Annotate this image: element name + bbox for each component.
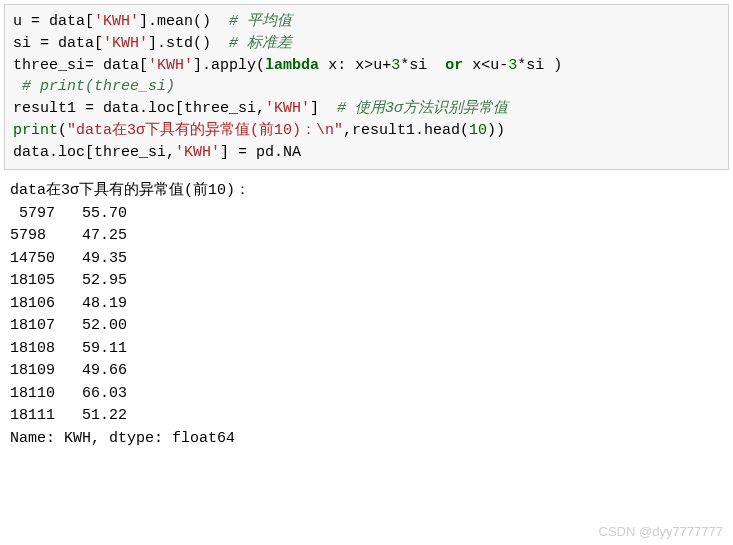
code-text: )) [487, 122, 505, 139]
output-value: 49.66 [55, 362, 127, 379]
code-text: u [490, 57, 499, 74]
output-cell: data在3σ下具有的异常值(前10)： 5797 55.70 5798 47.… [0, 174, 733, 456]
output-value: 55.70 [55, 205, 127, 222]
code-text: data[ [94, 57, 148, 74]
code-text: ] [220, 144, 238, 161]
code-cell[interactable]: u = data['KWH'].mean() # 平均值 si = data['… [4, 4, 729, 170]
watermark: CSDN @dyy7777777 [599, 524, 723, 539]
code-keyword: lambda [265, 57, 319, 74]
output-value: 49.35 [55, 250, 127, 267]
output-index: 18108 [10, 340, 55, 357]
output-index: 18110 [10, 385, 55, 402]
code-text: ,result1.head( [343, 122, 469, 139]
output-row: 18111 51.22 [10, 407, 127, 424]
code-text: ] [310, 100, 337, 117]
output-row: 18109 49.66 [10, 362, 127, 379]
code-text: x [463, 57, 481, 74]
output-index: 18106 [10, 295, 55, 312]
code-text: u [13, 13, 31, 30]
output-index: 18107 [10, 317, 55, 334]
code-fn: apply [211, 57, 256, 74]
code-text: si [409, 57, 445, 74]
code-text: ]. [139, 13, 157, 30]
code-text: () [193, 35, 229, 52]
code-op: = [40, 35, 49, 52]
code-comment: # 平均值 [229, 13, 292, 30]
code-string: "data在3σ下具有的异常值(前10)：\n" [67, 122, 343, 139]
code-op: > [364, 57, 373, 74]
code-comment: # 使用3σ方法识别异常值 [337, 100, 508, 117]
code-text: data[ [49, 35, 103, 52]
code-text: ]. [148, 35, 166, 52]
code-op: = [85, 57, 94, 74]
output-index: 5798 [10, 227, 46, 244]
output-index: 14750 [10, 250, 55, 267]
code-op: * [400, 57, 409, 74]
output-row: 14750 49.35 [10, 250, 127, 267]
code-op: = [238, 144, 247, 161]
output-row: 5797 55.70 [10, 205, 127, 222]
code-text: result1 [13, 100, 85, 117]
code-text: ( [58, 122, 67, 139]
code-op: = [31, 13, 40, 30]
code-keyword: or [445, 57, 463, 74]
code-text: ( [256, 57, 265, 74]
code-string: 'KWH' [175, 144, 220, 161]
code-op: * [517, 57, 526, 74]
output-row: 18106 48.19 [10, 295, 127, 312]
code-comment: # print(three_si) [13, 78, 175, 95]
code-op: = [85, 100, 94, 117]
output-value: 52.00 [55, 317, 127, 334]
code-text: three_si [13, 57, 85, 74]
code-number: 3 [508, 57, 517, 74]
code-text: si ) [526, 57, 562, 74]
output-value: 66.03 [55, 385, 127, 402]
output-index: 5797 [10, 205, 55, 222]
code-op: + [382, 57, 391, 74]
code-string: 'KWH' [265, 100, 310, 117]
output-value: 48.19 [55, 295, 127, 312]
code-text: u [373, 57, 382, 74]
code-fn: std [166, 35, 193, 52]
code-number: 3 [391, 57, 400, 74]
code-text: data[ [40, 13, 94, 30]
code-string: 'KWH' [148, 57, 193, 74]
output-row: 18107 52.00 [10, 317, 127, 334]
code-string: 'KWH' [94, 13, 139, 30]
code-text: si [13, 35, 40, 52]
code-comment: # 标准差 [229, 35, 292, 52]
code-text: data.loc[three_si, [94, 100, 265, 117]
code-op: - [499, 57, 508, 74]
code-string: 'KWH' [103, 35, 148, 52]
output-header: data在3σ下具有的异常值(前10)： [10, 182, 250, 199]
output-index: 18105 [10, 272, 55, 289]
output-index: 18111 [10, 407, 55, 424]
code-text: data.loc[three_si, [13, 144, 175, 161]
output-value: 59.11 [55, 340, 127, 357]
output-value: 47.25 [46, 227, 127, 244]
output-row: 5798 47.25 [10, 227, 127, 244]
output-index: 18109 [10, 362, 55, 379]
code-number: 10 [469, 122, 487, 139]
code-text: x: x [319, 57, 364, 74]
output-row: 18108 59.11 [10, 340, 127, 357]
code-op: < [481, 57, 490, 74]
output-value: 52.95 [55, 272, 127, 289]
output-value: 51.22 [55, 407, 127, 424]
code-text: () [193, 13, 229, 30]
output-row: 18110 66.03 [10, 385, 127, 402]
output-footer: Name: KWH, dtype: float64 [10, 430, 235, 447]
code-builtin: print [13, 122, 58, 139]
code-text: pd.NA [247, 144, 301, 161]
code-text: ]. [193, 57, 211, 74]
code-fn: mean [157, 13, 193, 30]
output-row: 18105 52.95 [10, 272, 127, 289]
